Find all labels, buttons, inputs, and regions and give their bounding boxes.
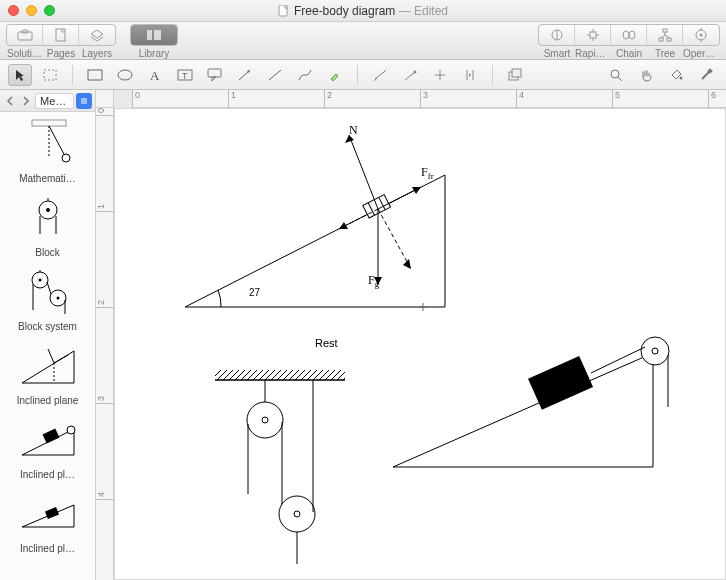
ruler-mark: 2: [324, 90, 332, 108]
svg-line-79: [48, 349, 54, 363]
svg-marker-115: [393, 353, 653, 467]
svg-point-51: [611, 70, 619, 78]
svg-rect-16: [663, 29, 667, 32]
stencil-block[interactable]: Block: [0, 186, 95, 260]
pointer-tool[interactable]: [8, 64, 32, 86]
svg-text:T: T: [182, 71, 188, 81]
inclined-free-body[interactable]: [155, 109, 475, 329]
pages-button[interactable]: [43, 25, 79, 45]
svg-marker-38: [331, 74, 338, 81]
svg-rect-50: [512, 69, 521, 77]
label-N[interactable]: N: [349, 123, 358, 138]
stencil-label: Block system: [18, 321, 77, 332]
ruler-vertical[interactable]: 0 1 2 3 4: [96, 108, 114, 580]
window-controls: [8, 5, 55, 16]
stack-tool[interactable]: [503, 64, 527, 86]
svg-point-29: [118, 70, 132, 80]
svg-point-54: [680, 76, 683, 79]
svg-rect-28: [88, 70, 102, 80]
zoom-window[interactable]: [44, 5, 55, 16]
svg-rect-33: [208, 69, 221, 77]
chain-label: Chain: [611, 48, 647, 59]
drawing-canvas[interactable]: N Ffr Fg 27 Rest: [114, 108, 726, 580]
label-Ffr[interactable]: Ffr: [421, 165, 434, 181]
svg-line-76: [47, 282, 51, 294]
lasso-tool[interactable]: [38, 64, 62, 86]
highlighter-tool[interactable]: [323, 64, 347, 86]
stencil-inclined-plane[interactable]: Inclined plane: [0, 334, 95, 408]
rotate-tool[interactable]: [398, 64, 422, 86]
svg-rect-18: [667, 38, 671, 41]
operations-label: Operations: [683, 48, 719, 59]
svg-line-52: [618, 77, 622, 81]
label-rest[interactable]: Rest: [315, 337, 338, 349]
stencil-inclined-system[interactable]: Inclined pl…: [0, 482, 95, 556]
operations-button[interactable]: [683, 25, 719, 45]
sidebar-next[interactable]: [19, 93, 33, 109]
svg-point-118: [652, 348, 658, 354]
sidebar-config[interactable]: [76, 93, 92, 109]
eyedropper-tool[interactable]: [694, 64, 718, 86]
minimize-window[interactable]: [26, 5, 37, 16]
window-title: Free-body diagram — Edited: [0, 4, 726, 18]
spline-tool[interactable]: [293, 64, 317, 86]
pulley-system[interactable]: [185, 364, 385, 580]
label-Fg[interactable]: Fg: [368, 273, 379, 289]
sidebar-library-name[interactable]: Mecha…: [35, 93, 74, 109]
stencil-label: Mathemati…: [19, 173, 76, 184]
svg-rect-86: [44, 507, 58, 519]
ruler-mark: 3: [420, 90, 428, 108]
stencil-pendulum[interactable]: Mathemati…: [0, 112, 95, 186]
library-label: Library: [131, 48, 177, 59]
layers-button[interactable]: [79, 25, 115, 45]
close-window[interactable]: [8, 5, 19, 16]
doc-edited-text: — Edited: [395, 4, 448, 18]
svg-text:A: A: [150, 68, 160, 82]
library-sidebar: Mecha… Mathemati…: [0, 90, 96, 580]
ruler-mark: 0: [96, 108, 114, 116]
stencil-block-system[interactable]: Block system: [0, 260, 95, 334]
toolbar-separator: [72, 65, 73, 85]
ruler-mark: 1: [96, 204, 114, 212]
sidebar-prev[interactable]: [3, 93, 17, 109]
tree-label: Tree: [647, 48, 683, 59]
toolbar-separator: [492, 65, 493, 85]
ellipse-tool[interactable]: [113, 64, 137, 86]
tree-button[interactable]: [647, 25, 683, 45]
svg-line-91: [349, 135, 378, 209]
solutions-label: Solutions: [7, 48, 43, 59]
svg-point-14: [623, 31, 629, 39]
document-icon: [278, 5, 290, 17]
snap-tool[interactable]: [458, 64, 482, 86]
rapid-draw-button[interactable]: [575, 25, 611, 45]
paint-bucket-tool[interactable]: [664, 64, 688, 86]
toolbar-right-group: Smart Rapid Draw Chain Tree Operations: [538, 24, 720, 59]
hand-tool[interactable]: [634, 64, 658, 86]
svg-line-55: [702, 72, 709, 79]
svg-point-71: [38, 279, 41, 282]
line-tool[interactable]: [263, 64, 287, 86]
dimension-tool[interactable]: [368, 64, 392, 86]
stencil-label: Inclined pl…: [20, 469, 75, 480]
rect-tool[interactable]: [83, 64, 107, 86]
svg-line-80: [54, 355, 68, 363]
shape-toolbar: A T: [0, 60, 726, 90]
sidebar-body[interactable]: Mathemati… Block: [0, 112, 95, 580]
ruler-horizontal[interactable]: 0 1 2 3 4 5 6: [132, 90, 726, 108]
content-area: Mecha… Mathemati…: [0, 90, 726, 580]
smart-button[interactable]: [539, 25, 575, 45]
svg-rect-83: [42, 429, 59, 444]
anchor-tool[interactable]: [428, 64, 452, 86]
textbox-tool[interactable]: T: [173, 64, 197, 86]
solutions-button[interactable]: [7, 25, 43, 45]
callout-tool[interactable]: [203, 64, 227, 86]
inclined-with-block[interactable]: [375, 319, 675, 499]
text-tool[interactable]: A: [143, 64, 167, 86]
label-angle[interactable]: 27: [249, 287, 260, 298]
search-tool[interactable]: [604, 64, 628, 86]
library-button[interactable]: [131, 25, 177, 45]
arrow-tool[interactable]: [233, 64, 257, 86]
chain-button[interactable]: [611, 25, 647, 45]
stencil-inclined-block[interactable]: Inclined pl…: [0, 408, 95, 482]
svg-point-15: [629, 31, 635, 39]
